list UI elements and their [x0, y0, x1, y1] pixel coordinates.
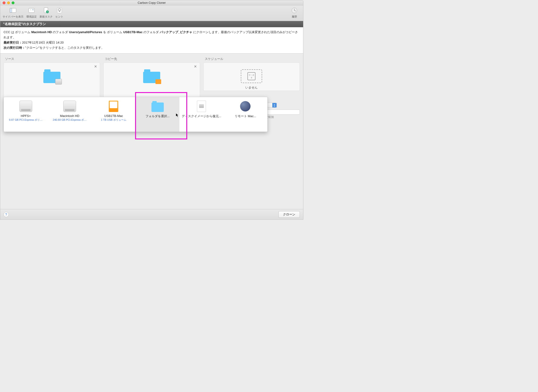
dest-option-title: Macintosh HD: [60, 114, 79, 118]
svg-point-3: [32, 9, 34, 10]
dest-option-title: ディスクイメージから復元...: [182, 114, 221, 118]
app-window: Carbon Copy Cloner サイドバーを表示 ≡ 環境設定 + 新規タ…: [0, 0, 303, 220]
window-title: Carbon Copy Cloner: [0, 1, 303, 5]
toolbar-sidebar[interactable]: サイドバーを表示: [3, 7, 24, 19]
globe-icon: [238, 100, 252, 113]
svg-rect-10: [59, 11, 60, 12]
dest-option-5[interactable]: リモート Mac...: [224, 97, 267, 132]
toolbar-prefs[interactable]: ≡ 環境設定: [26, 7, 37, 19]
hdd-icon: [19, 100, 33, 113]
toolbar-tips[interactable]: ヒント: [55, 7, 63, 19]
cursor-icon: [176, 113, 179, 118]
hdd-icon: [63, 100, 76, 113]
clear-dest-button[interactable]: ✕: [194, 65, 197, 68]
plan-last-run: 最終実行日：2017年12月19日 火曜日 14:20: [4, 40, 300, 45]
calendar-placeholder-icon: 十一月9: [241, 69, 262, 83]
plan-summary: CCC は ボリューム Macintosh HD のフォルダ Users/yam…: [4, 30, 300, 40]
toolbar: サイドバーを表示 ≡ 環境設定 + 新規タスク ヒント 履歴: [0, 5, 303, 21]
dest-option-title: USB1TB-Mac: [104, 114, 123, 118]
dest-option-0[interactable]: HPFS+9.87 GB PCI-Express ボリ…: [4, 97, 48, 132]
doc-icon: [195, 100, 208, 113]
plan-next-run: 次の実行日時："クローン"をクリックすると、このタスクを実行します。: [4, 45, 300, 50]
schedule-panel[interactable]: 十一月9 いません: [203, 62, 300, 91]
ext-icon: [107, 100, 120, 113]
dest-option-title: フォルダを選択...: [146, 114, 170, 118]
task-plan-body: CCC は ボリューム Macintosh HD のフォルダ Users/yam…: [0, 27, 303, 53]
folder-icon: [151, 100, 164, 113]
dest-label: コピー先: [103, 57, 200, 61]
dest-option-sub: 1 TB USB ボリューム: [101, 118, 126, 122]
source-label: ソース: [4, 57, 100, 61]
toolbar-newtask[interactable]: + 新規タスク: [40, 7, 53, 19]
clone-button[interactable]: クローン: [278, 211, 300, 218]
footer: ? クローン: [0, 209, 303, 219]
dest-option-3[interactable]: フォルダを選択...: [136, 97, 179, 132]
dest-option-sub: 240.69 GB PCI-Express ボ…: [53, 118, 86, 122]
sidebar-icon: [10, 7, 17, 14]
destination-picker-popup: HPFS+9.87 GB PCI-Express ボリ…Macintosh HD…: [4, 97, 268, 132]
svg-rect-1: [10, 8, 12, 13]
dest-option-title: リモート Mac...: [235, 114, 256, 118]
prefs-icon: ≡: [28, 7, 35, 14]
svg-text:≡: ≡: [30, 9, 31, 11]
tips-icon: [56, 7, 63, 14]
schedule-status: いません: [245, 85, 258, 90]
svg-text:+: +: [47, 11, 48, 13]
dest-folder-icon: [143, 69, 160, 83]
task-plan-header: "名称未設定"のタスクプラン: [0, 21, 303, 27]
newtask-icon: +: [43, 7, 50, 14]
titlebar: Carbon Copy Cloner: [0, 0, 303, 5]
history-icon: [291, 7, 298, 14]
dest-option-4[interactable]: ディスクイメージから復元...: [179, 97, 223, 132]
schedule-label: スケジュール: [203, 57, 300, 61]
dest-option-title: HPFS+: [21, 114, 31, 118]
dest-option-1[interactable]: Macintosh HD240.69 GB PCI-Express ボ…: [48, 97, 91, 132]
help-button[interactable]: ?: [4, 212, 9, 217]
source-folder-icon: [43, 69, 60, 83]
svg-rect-2: [29, 8, 34, 13]
clear-source-button[interactable]: ✕: [94, 65, 97, 68]
toolbar-history[interactable]: 履歴: [291, 7, 298, 19]
dest-option-sub: 9.87 GB PCI-Express ボリ…: [9, 118, 43, 122]
dest-option-2[interactable]: USB1TB-Mac1 TB USB ボリューム: [92, 97, 136, 132]
